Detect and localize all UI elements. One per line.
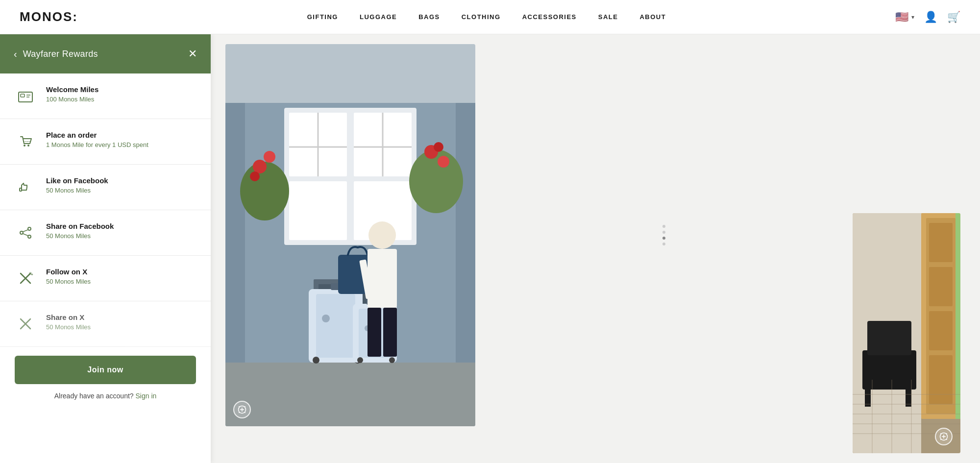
svg-rect-76 bbox=[867, 321, 911, 355]
signin-row: Already have an account? Sign in bbox=[0, 392, 211, 410]
reward-desc-x-follow: 50 Monos Miles bbox=[46, 278, 196, 285]
reward-desc-welcome: 100 Monos Miles bbox=[46, 96, 196, 103]
reward-name-x-follow: Follow on X bbox=[46, 268, 196, 276]
svg-point-91 bbox=[946, 433, 947, 434]
dot-4[interactable] bbox=[662, 243, 665, 245]
site-logo[interactable]: MONOS: bbox=[20, 9, 78, 24]
reward-info-order: Place an order 1 Monos Mile for every 1 … bbox=[46, 131, 196, 148]
cart-icon[interactable]: 🛒 bbox=[947, 11, 960, 24]
nav-item-about[interactable]: ABOUT bbox=[639, 13, 666, 21]
back-icon: ‹ bbox=[14, 49, 17, 60]
reward-name-welcome: Welcome Miles bbox=[46, 85, 196, 94]
x-follow-icon: + bbox=[15, 268, 36, 289]
rewards-list: Welcome Miles 100 Monos Miles Place an o… bbox=[0, 73, 211, 347]
svg-point-5 bbox=[27, 145, 29, 146]
svg-rect-20 bbox=[289, 181, 347, 240]
reward-name-x-share: Share on X bbox=[46, 313, 196, 321]
svg-point-31 bbox=[409, 149, 463, 213]
svg-point-32 bbox=[253, 160, 267, 173]
reward-info-x-follow: Follow on X 50 Monos Miles bbox=[46, 268, 196, 285]
svg-rect-70 bbox=[929, 267, 953, 306]
nav-item-gifting[interactable]: GIFTING bbox=[307, 13, 338, 21]
svg-point-50 bbox=[389, 357, 395, 363]
signin-link[interactable]: Sign in bbox=[135, 392, 156, 400]
svg-rect-55 bbox=[383, 308, 397, 357]
svg-point-90 bbox=[940, 433, 941, 434]
dot-2[interactable] bbox=[662, 231, 665, 234]
reward-name-facebook-share: Share on Facebook bbox=[46, 222, 196, 230]
svg-point-36 bbox=[438, 156, 449, 168]
product-image-side bbox=[853, 213, 960, 453]
svg-point-62 bbox=[239, 412, 240, 413]
rewards-back-button[interactable]: ‹ bbox=[14, 49, 17, 60]
svg-point-4 bbox=[24, 145, 25, 146]
nav-item-accessories[interactable]: ACCESSORIES bbox=[522, 13, 577, 21]
rewards-title: Wayfarer Rewards bbox=[23, 49, 98, 59]
nav-item-clothing[interactable]: CLOTHING bbox=[462, 13, 501, 21]
reward-info-facebook-share: Share on Facebook 50 Monos Miles bbox=[46, 222, 196, 240]
svg-point-41 bbox=[322, 315, 330, 322]
chevron-down-icon: ▾ bbox=[911, 14, 914, 21]
svg-point-8 bbox=[28, 227, 31, 230]
rewards-panel: ‹ Wayfarer Rewards ✕ Wel bbox=[0, 34, 211, 463]
rewards-close-button[interactable]: ✕ bbox=[188, 48, 197, 60]
nav-item-bags[interactable]: BAGS bbox=[418, 13, 440, 21]
side-product-scene bbox=[853, 213, 960, 453]
nav-item-sale[interactable]: SALE bbox=[598, 13, 618, 21]
svg-rect-38 bbox=[225, 363, 475, 426]
place-order-icon bbox=[15, 131, 36, 152]
carousel-dots bbox=[662, 225, 665, 245]
svg-rect-78 bbox=[906, 387, 911, 407]
close-icon: ✕ bbox=[188, 48, 197, 60]
svg-rect-75 bbox=[862, 350, 916, 390]
main-product-scene: 11 bbox=[225, 44, 475, 426]
reward-info-facebook-like: Like on Facebook 50 Monos Miles bbox=[46, 176, 196, 194]
svg-rect-77 bbox=[865, 387, 871, 407]
dot-3[interactable] bbox=[662, 237, 665, 240]
svg-point-37 bbox=[434, 142, 443, 152]
svg-rect-69 bbox=[929, 223, 953, 262]
svg-rect-53 bbox=[368, 249, 397, 308]
reward-item-order: Place an order 1 Monos Mile for every 1 … bbox=[0, 119, 211, 165]
zoom-button-side[interactable] bbox=[935, 428, 953, 445]
rewards-header-left: ‹ Wayfarer Rewards bbox=[14, 49, 98, 60]
svg-point-7 bbox=[20, 231, 23, 234]
product-image-main: 11 bbox=[225, 44, 475, 426]
signin-prompt-text: Already have an account? bbox=[54, 392, 134, 400]
reward-item-x-share: Share on X 50 Monos Miles bbox=[0, 301, 211, 347]
svg-point-34 bbox=[250, 171, 260, 181]
reward-name-facebook-like: Like on Facebook bbox=[46, 176, 196, 185]
reward-desc-x-share: 50 Monos Miles bbox=[46, 323, 196, 331]
reward-desc-facebook-share: 50 Monos Miles bbox=[46, 232, 196, 240]
svg-point-9 bbox=[28, 235, 31, 238]
main-content: ‹ Wayfarer Rewards ✕ Wel bbox=[0, 34, 980, 463]
image-dots-indicator bbox=[490, 44, 838, 426]
reward-item-facebook-share: Share on Facebook 50 Monos Miles bbox=[0, 210, 211, 256]
svg-rect-72 bbox=[929, 355, 953, 404]
svg-rect-74 bbox=[956, 213, 960, 419]
main-nav: GIFTING LUGGAGE BAGS CLOTHING ACCESSORIE… bbox=[307, 13, 666, 21]
svg-point-92 bbox=[940, 439, 941, 440]
reward-item-x-follow: + Follow on X 50 Monos Miles bbox=[0, 256, 211, 301]
country-selector[interactable]: 🇺🇸 ▾ bbox=[895, 11, 914, 24]
svg-point-63 bbox=[245, 412, 245, 413]
svg-point-52 bbox=[368, 221, 396, 249]
user-account-icon[interactable]: 👤 bbox=[924, 11, 937, 24]
reward-item-welcome: Welcome Miles 100 Monos Miles bbox=[0, 73, 211, 119]
dot-1[interactable] bbox=[662, 225, 665, 228]
svg-rect-6 bbox=[20, 188, 22, 191]
nav-item-luggage[interactable]: LUGGAGE bbox=[360, 13, 397, 21]
svg-point-60 bbox=[239, 406, 240, 407]
svg-text:+: + bbox=[31, 272, 33, 277]
svg-rect-1 bbox=[21, 94, 24, 97]
svg-rect-54 bbox=[368, 308, 381, 357]
facebook-share-icon bbox=[15, 222, 36, 244]
reward-desc-order: 1 Monos Mile for every 1 USD spent bbox=[46, 141, 196, 148]
site-header: MONOS: GIFTING LUGGAGE BAGS CLOTHING ACC… bbox=[0, 0, 980, 34]
zoom-button-main[interactable] bbox=[233, 401, 251, 418]
welcome-miles-icon bbox=[15, 85, 36, 107]
rewards-header: ‹ Wayfarer Rewards ✕ bbox=[0, 34, 211, 73]
join-now-button[interactable]: Join now bbox=[15, 356, 196, 384]
svg-point-43 bbox=[313, 357, 319, 364]
facebook-like-icon bbox=[15, 176, 36, 198]
